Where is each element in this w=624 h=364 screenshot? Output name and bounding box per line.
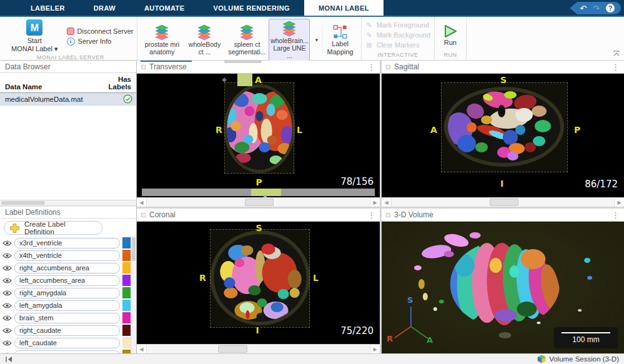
eye-icon[interactable] — [2, 302, 12, 309]
coronal-header[interactable]: Coronal ⋮ — [137, 209, 380, 222]
run-button[interactable]: Run — [438, 23, 462, 47]
panel-menu-icon[interactable]: ⋮ — [367, 211, 375, 219]
column-data-name[interactable]: Data Name — [5, 83, 42, 91]
create-label-text: Create Label Definition — [24, 220, 97, 235]
scroll-left-icon[interactable]: ◀ — [137, 198, 147, 207]
sagittal-header[interactable]: Sagittal ⋮ — [382, 61, 624, 74]
label-mapping-button[interactable]: Label Mapping — [322, 24, 357, 57]
label-row-right_amygdala[interactable]: right_amygdala — [1, 287, 135, 299]
scroll-track[interactable] — [392, 198, 614, 207]
model-item-1[interactable]: wholeBodyct ... — [184, 19, 225, 61]
label-name-field[interactable]: brain_stem — [14, 313, 120, 323]
label-row-left_caudate[interactable]: left_caudate — [1, 337, 135, 349]
scroll-right-icon[interactable]: ▶ — [614, 198, 624, 207]
quick-access-toolbar: ↶ ↷ ? — [570, 2, 621, 14]
label-name-field[interactable]: left_accumbens_area — [14, 275, 120, 286]
eye-icon[interactable] — [2, 277, 12, 284]
coronal-hscrollbar[interactable]: ◀ ▶ — [137, 344, 380, 353]
tab-draw[interactable]: DRAW — [79, 0, 130, 16]
label-row-left_amygdala[interactable]: left_amygdala — [1, 299, 135, 312]
label-name-field[interactable]: x3rd_ventricle — [14, 238, 120, 248]
run-label: Run — [444, 39, 457, 47]
label-name-field[interactable]: left_caudate — [14, 338, 120, 348]
label-row-partial — [1, 349, 135, 353]
eye-icon[interactable] — [2, 265, 12, 272]
table-row[interactable]: medicalVolumeData.mat — [0, 93, 136, 106]
active-panel-accent — [141, 61, 192, 62]
undo-icon[interactable]: ↶ — [580, 4, 587, 13]
eye-icon[interactable] — [2, 315, 12, 322]
eye-icon[interactable] — [2, 290, 12, 297]
model-item-2[interactable]: spleen ctsegmentati... — [226, 19, 267, 61]
tab-automate[interactable]: AUTOMATE — [130, 0, 199, 16]
transverse-canvas[interactable]: ⌖ A R L P 78/156 — [137, 74, 380, 197]
server-info-button[interactable]: i Server Info — [67, 37, 134, 46]
panel-menu-icon[interactable]: ⋮ — [367, 63, 375, 71]
label-mapping-line2: Mapping — [327, 48, 353, 56]
collapse-panel-icon[interactable] — [5, 356, 13, 363]
panel-menu-icon[interactable]: ⋮ — [612, 211, 620, 219]
orientation-top: S — [500, 75, 507, 85]
label-row-right_accumbens_area[interactable]: right_accumbens_area — [1, 262, 135, 274]
eye-icon[interactable] — [2, 252, 12, 259]
data-browser-header: Data Browser — [0, 61, 136, 73]
label-name-field[interactable]: right_amygdala — [14, 288, 120, 298]
label-name-field[interactable]: x4th_ventricle — [14, 250, 120, 261]
tab-monai-label[interactable]: MONAI LABEL — [304, 0, 384, 16]
server-info-label: Server Info — [78, 37, 112, 45]
tab-volume-rendering[interactable]: VOLUME RENDERING — [199, 0, 304, 16]
eye-icon[interactable] — [2, 352, 12, 354]
axes-triad-icon — [395, 307, 428, 338]
label-row-x3rd_ventricle[interactable]: x3rd_ventricle — [1, 237, 135, 249]
sagittal-canvas[interactable]: S A P I 86/172 — [382, 74, 624, 197]
scrollbar-thumb[interactable] — [132, 237, 136, 261]
disconnect-server-button[interactable]: Disconnect Server — [67, 27, 134, 35]
volume-3d-header[interactable]: 3-D Volume ⋮ — [382, 209, 624, 222]
create-label-definition-button[interactable]: Create Label Definition — [4, 221, 102, 235]
collapse-ribbon-icon[interactable] — [613, 51, 620, 57]
transverse-hscrollbar[interactable]: ◀ ▶ — [137, 197, 380, 207]
model-item-0[interactable]: prostate mrianatomy — [141, 19, 182, 61]
scroll-track[interactable] — [147, 345, 370, 353]
label-name-field[interactable]: left_amygdala — [14, 300, 120, 311]
label-row-right_caudate[interactable]: right_caudate — [1, 324, 135, 337]
scroll-right-icon[interactable]: ▶ — [370, 345, 380, 353]
sagittal-hscrollbar[interactable]: ◀ ▶ — [382, 197, 624, 207]
gallery-dropdown-icon[interactable]: ▼ — [312, 37, 320, 43]
disconnect-icon — [67, 27, 74, 35]
label-name-field[interactable]: right_caudate — [14, 325, 120, 336]
scrollbar-thumb[interactable] — [490, 199, 518, 206]
orientation-top: S — [256, 223, 262, 233]
scroll-right-icon[interactable]: ▶ — [370, 198, 380, 207]
slice-views-grid: Transverse ⋮ ⌖ A R L — [137, 61, 624, 353]
scroll-track[interactable] — [147, 198, 370, 207]
coronal-canvas[interactable]: S R L I 75/220 — [137, 222, 380, 344]
model-item-3[interactable]: wholeBrain...Large UNE ... — [269, 19, 310, 61]
panel-drag-handle[interactable] — [224, 61, 262, 63]
volume-3d-canvas[interactable]: S R A 100 mm — [382, 222, 624, 353]
label-row-brain_stem[interactable]: brain_stem — [1, 312, 135, 324]
scrollbar-thumb[interactable] — [1, 201, 45, 205]
start-monai-label-button[interactable]: M Start MONAI Label ▾ — [7, 19, 62, 54]
eye-icon[interactable] — [2, 340, 12, 347]
panel-menu-icon[interactable]: ⋮ — [612, 63, 620, 71]
slice-slider[interactable] — [142, 189, 375, 196]
panel-splitter-scrollbar[interactable] — [0, 200, 136, 206]
label-name-field[interactable]: right_accumbens_area — [14, 263, 120, 273]
marker-icon: ⊠ — [365, 41, 374, 49]
eye-icon[interactable] — [2, 240, 12, 247]
label-list-scrollbar[interactable] — [131, 236, 136, 353]
eye-icon[interactable] — [2, 327, 12, 334]
label-row-left_accumbens_area[interactable]: left_accumbens_area — [1, 274, 135, 287]
column-has-labels[interactable]: Has Labels — [109, 76, 131, 91]
scroll-left-icon[interactable]: ◀ — [382, 198, 392, 207]
redo-icon[interactable]: ↷ — [593, 4, 600, 13]
help-icon[interactable]: ? — [606, 4, 615, 12]
label-row-x4th_ventricle[interactable]: x4th_ventricle — [1, 249, 135, 262]
disconnect-label: Disconnect Server — [77, 27, 134, 35]
scroll-left-icon[interactable]: ◀ — [137, 345, 147, 353]
tab-labeler[interactable]: LABELER — [16, 0, 79, 16]
scrollbar-thumb[interactable] — [245, 199, 274, 206]
slice-slider-thumb[interactable] — [237, 74, 252, 86]
scrollbar-thumb[interactable] — [218, 345, 247, 353]
